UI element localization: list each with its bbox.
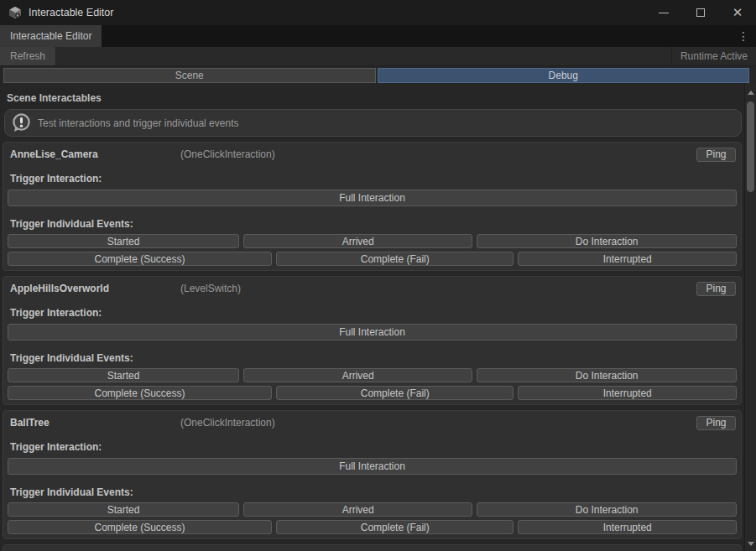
interactable-section-annelise-camera: AnneLise_Camera (OneClickInteraction) Pi… bbox=[3, 142, 742, 271]
interactable-section-applehills-overworld: AppleHillsOverworld (LevelSwitch) Ping T… bbox=[3, 276, 742, 405]
scroll-down-icon[interactable] bbox=[748, 542, 754, 546]
tab-strip: Interactable Editor ⋮ bbox=[0, 25, 756, 47]
interactable-type: (OneClickInteraction) bbox=[180, 148, 696, 160]
interactable-name: AnneLise_Camera bbox=[8, 148, 180, 160]
complete-fail-button[interactable]: Complete (Fail) bbox=[276, 520, 514, 534]
scroll-region: Scene Interactables Test interactions an… bbox=[0, 83, 756, 551]
window-title: Interactable Editor bbox=[29, 7, 113, 18]
arrived-button[interactable]: Arrived bbox=[243, 368, 472, 382]
interrupted-button[interactable]: Interrupted bbox=[518, 520, 737, 534]
full-interaction-button[interactable]: Full Interaction bbox=[8, 324, 737, 340]
view-toggle: Scene Debug bbox=[0, 66, 756, 83]
arrived-button[interactable]: Arrived bbox=[243, 502, 472, 517]
section-header: AppleHillsOverworld (LevelSwitch) Ping bbox=[8, 282, 737, 295]
section-header: BallTree (OneClickInteraction) Ping bbox=[8, 416, 737, 429]
complete-success-button[interactable]: Complete (Success) bbox=[8, 520, 272, 534]
interactable-section-balltree: BallTree (OneClickInteraction) Ping Trig… bbox=[3, 410, 742, 539]
toolbar-spacer bbox=[56, 47, 671, 65]
started-button[interactable]: Started bbox=[8, 502, 239, 517]
trigger-events-label: Trigger Individual Events: bbox=[8, 218, 737, 230]
complete-fail-button[interactable]: Complete (Fail) bbox=[276, 252, 514, 266]
maximize-button[interactable] bbox=[682, 0, 719, 25]
trigger-events-label: Trigger Individual Events: bbox=[8, 486, 737, 498]
refresh-button[interactable]: Refresh bbox=[0, 47, 56, 65]
events-row-1: Started Arrived Do Interaction bbox=[8, 234, 737, 248]
titlebar: Interactable Editor ✕ bbox=[0, 0, 756, 25]
interrupted-button[interactable]: Interrupted bbox=[518, 252, 737, 266]
do-interaction-button[interactable]: Do Interaction bbox=[477, 234, 737, 248]
tab-scene[interactable]: Scene bbox=[3, 68, 376, 83]
ping-button[interactable]: Ping bbox=[696, 282, 736, 296]
tab-debug[interactable]: Debug bbox=[378, 68, 750, 83]
events-row-2: Complete (Success) Complete (Fail) Inter… bbox=[8, 252, 737, 266]
trigger-events-label: Trigger Individual Events: bbox=[8, 352, 737, 364]
complete-success-button[interactable]: Complete (Success) bbox=[8, 252, 272, 266]
interactable-name: BallTree bbox=[8, 417, 180, 429]
page-title: Scene Interactables bbox=[7, 92, 744, 104]
info-helpbox: Test interactions and trigger individual… bbox=[4, 109, 742, 137]
interactable-editor-window: Interactable Editor ✕ Interactable Edito… bbox=[0, 0, 756, 551]
kebab-menu-icon[interactable]: ⋮ bbox=[738, 25, 749, 47]
maximize-icon bbox=[696, 8, 705, 17]
started-button[interactable]: Started bbox=[8, 234, 239, 248]
do-interaction-button[interactable]: Do Interaction bbox=[477, 502, 737, 517]
events-row-2: Complete (Success) Complete (Fail) Inter… bbox=[8, 520, 737, 534]
tab-interactable-editor[interactable]: Interactable Editor bbox=[0, 25, 102, 47]
full-interaction-button[interactable]: Full Interaction bbox=[8, 190, 737, 206]
content: Scene Interactables Test interactions an… bbox=[0, 83, 744, 551]
minimize-button[interactable] bbox=[645, 0, 682, 25]
section-header: AnneLise_Camera (OneClickInteraction) Pi… bbox=[8, 148, 737, 161]
ping-button[interactable]: Ping bbox=[696, 148, 736, 162]
close-button[interactable]: ✕ bbox=[719, 0, 756, 25]
interactable-type: (LevelSwitch) bbox=[180, 283, 696, 294]
complete-success-button[interactable]: Complete (Success) bbox=[8, 386, 272, 400]
trigger-interaction-label: Trigger Interaction: bbox=[8, 307, 737, 319]
vertical-scrollbar[interactable] bbox=[744, 83, 756, 551]
unity-cube-icon bbox=[8, 6, 22, 19]
complete-fail-button[interactable]: Complete (Fail) bbox=[276, 386, 514, 400]
toolbar: Refresh Runtime Active bbox=[0, 47, 756, 66]
scrollbar-thumb[interactable] bbox=[747, 101, 754, 192]
window-controls: ✕ bbox=[645, 0, 756, 25]
arrived-button[interactable]: Arrived bbox=[243, 234, 472, 248]
trigger-interaction-label: Trigger Interaction: bbox=[8, 441, 737, 453]
info-bubble-icon bbox=[12, 113, 31, 133]
interrupted-button[interactable]: Interrupted bbox=[518, 386, 737, 400]
events-row-1: Started Arrived Do Interaction bbox=[8, 368, 737, 382]
do-interaction-button[interactable]: Do Interaction bbox=[477, 368, 737, 382]
info-text: Test interactions and trigger individual… bbox=[38, 117, 238, 129]
scroll-up-icon[interactable] bbox=[748, 91, 754, 95]
started-button[interactable]: Started bbox=[8, 368, 239, 382]
full-interaction-button[interactable]: Full Interaction bbox=[8, 458, 737, 475]
interactable-type: (OneClickInteraction) bbox=[180, 417, 696, 429]
events-row-2: Complete (Success) Complete (Fail) Inter… bbox=[8, 386, 737, 400]
minimize-icon bbox=[659, 13, 669, 13]
ping-button[interactable]: Ping bbox=[696, 416, 736, 430]
next-section-partial bbox=[3, 544, 742, 551]
interactable-name: AppleHillsOverworld bbox=[8, 283, 180, 294]
trigger-interaction-label: Trigger Interaction: bbox=[8, 173, 737, 185]
runtime-active-toggle[interactable]: Runtime Active bbox=[671, 47, 756, 65]
events-row-1: Started Arrived Do Interaction bbox=[8, 502, 737, 517]
